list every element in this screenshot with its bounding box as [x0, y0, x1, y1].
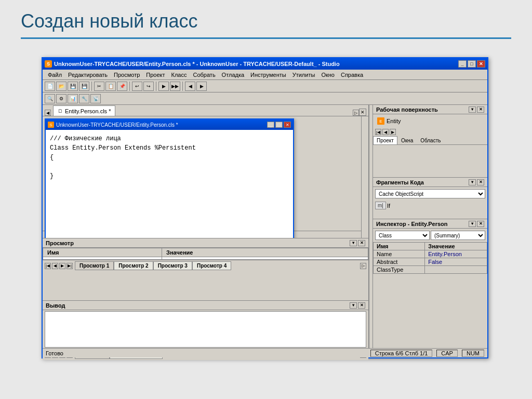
close-button[interactable]: ✕	[477, 60, 485, 68]
tb-open[interactable]: 📂	[56, 82, 66, 91]
inspector-row-abstract: Abstract False	[374, 258, 487, 266]
tb-new[interactable]: 📄	[45, 82, 55, 91]
tb-sep-3	[156, 82, 156, 91]
code-area-wrapper: S UnknownUser-TRYCACHE/USER/Entity.Perso…	[43, 116, 368, 238]
preview-tab-2[interactable]: Просмотр 2	[114, 261, 153, 270]
maximize-button[interactable]: □	[468, 60, 476, 68]
menu-class[interactable]: Класс	[168, 71, 190, 79]
menu-help[interactable]: Справка	[338, 71, 366, 79]
ide-titlebar: S UnknownUser-TRYCACHE/USER/Entity.Perso…	[43, 58, 487, 70]
preview-last-btn[interactable]: ▶|	[66, 263, 73, 269]
minimize-button[interactable]: _	[458, 60, 467, 68]
tb-sep-2	[129, 82, 130, 91]
output-pin-btn[interactable]: ▾	[350, 302, 357, 309]
workspace-panel: Рабочая поверхность ▾ ✕ E Entity |◀	[373, 105, 487, 178]
tab-prev-btn[interactable]: ◀	[45, 110, 51, 116]
preview-scroll-right[interactable]: ▷	[360, 263, 366, 269]
panel-splitter[interactable]	[369, 105, 373, 357]
workspace-tab-windows[interactable]: Окна	[397, 136, 417, 144]
code-text: /// Физические лица Class Entity.Person …	[50, 134, 289, 181]
fragments-header: Фрагменты Кода ▾ ✕	[373, 178, 487, 187]
inspector-controls[interactable]: ▾ ✕	[469, 221, 484, 227]
tb-compile[interactable]: ▶	[158, 82, 169, 91]
inspector-class-dropdown[interactable]: Class	[375, 231, 430, 240]
ws-nav-first[interactable]: |◀	[375, 129, 381, 135]
status-caps: CAP	[436, 350, 458, 357]
editor-tab-active[interactable]: 🗋 Entity.Person.cls *	[53, 105, 115, 116]
tree-entity-label: Entity	[387, 118, 401, 124]
preview-prev-btn[interactable]: ◀	[52, 263, 58, 269]
tb-undo[interactable]: ↩	[132, 82, 142, 91]
status-position: Строка 6/6 Стлб 1/1	[370, 350, 433, 357]
preview-row	[43, 257, 368, 260]
preview-close-btn[interactable]: ✕	[358, 240, 365, 246]
tb2-btn5[interactable]: 📡	[90, 94, 101, 103]
preview-first-btn[interactable]: |◀	[45, 263, 51, 269]
fragments-close-btn[interactable]: ✕	[477, 179, 484, 185]
workspace-tab-project[interactable]: Проект	[373, 136, 397, 144]
tb-cut[interactable]: ✂	[94, 82, 104, 91]
tb2-btn1[interactable]: 🔍	[45, 94, 55, 103]
ws-nav-prev[interactable]: ◀	[382, 129, 389, 135]
preview-controls[interactable]: ▾ ✕	[350, 240, 365, 246]
workspace-tab-area[interactable]: Область	[417, 136, 444, 144]
titlebar-left: S UnknownUser-TRYCACHE/USER/Entity.Perso…	[45, 60, 340, 68]
editor-scrollbar-v[interactable]	[361, 116, 368, 238]
slide-title: Создан новый класс	[0, 0, 532, 37]
tb2-btn2[interactable]: ⚙	[56, 94, 66, 103]
preview-next-btn[interactable]: ▶	[59, 263, 65, 269]
preview-tab-4[interactable]: Просмотр 4	[192, 261, 231, 270]
fragments-controls[interactable]: ▾ ✕	[469, 179, 484, 185]
menu-build[interactable]: Собрать	[190, 71, 218, 79]
inner-win-controls[interactable]: _ □ ✕	[267, 122, 291, 128]
menu-view[interactable]: Просмотр	[111, 71, 143, 79]
code-editor[interactable]: /// Физические лица Class Entity.Person …	[46, 130, 293, 238]
tb2-btn4[interactable]: 🔧	[79, 94, 89, 103]
inner-maximize-btn[interactable]: □	[275, 122, 283, 128]
tb-save-all[interactable]: 💾	[79, 82, 89, 91]
tab-nav[interactable]: ◀	[45, 110, 51, 116]
inspector-summary-dropdown[interactable]: (Summary)	[431, 231, 485, 240]
fragments-pin-btn[interactable]: ▾	[469, 179, 476, 185]
preview-nav[interactable]: |◀ ◀ ▶ ▶|	[45, 263, 73, 269]
tb2-btn3[interactable]: 📊	[68, 94, 78, 103]
workspace-controls[interactable]: ▾ ✕	[469, 107, 484, 113]
fragments-language-dropdown[interactable]: Cache ObjectScript	[375, 189, 485, 198]
tab-x-btn[interactable]: ✕	[359, 109, 366, 116]
output-content[interactable]	[45, 311, 366, 348]
tb-compile-all[interactable]: ▶▶	[170, 82, 180, 91]
menu-debug[interactable]: Отладка	[219, 71, 247, 79]
ws-nav-next[interactable]: ▶	[390, 129, 396, 135]
titlebar-text: UnknownUser-TRYCACHE/USER/Entity.Person.…	[54, 61, 340, 67]
tree-item-entity[interactable]: E Entity	[375, 116, 485, 126]
inner-minimize-btn[interactable]: _	[267, 122, 274, 128]
inner-close-btn[interactable]: ✕	[284, 122, 291, 128]
preview-title: Просмотр	[46, 240, 74, 246]
tb-redo[interactable]: ↪	[143, 82, 154, 91]
menu-window[interactable]: Окно	[318, 71, 338, 79]
menu-edit[interactable]: Редактировать	[65, 71, 111, 79]
tb-nav-back[interactable]: ◀	[185, 82, 195, 91]
inspector-pin-btn[interactable]: ▾	[469, 221, 476, 227]
editor-tab-label: Entity.Person.cls *	[65, 108, 111, 114]
titlebar-controls[interactable]: _ □ ✕	[458, 60, 485, 68]
tab-close-btn[interactable]: ▷	[353, 110, 359, 116]
menu-tools[interactable]: Инструменты	[247, 71, 289, 79]
preview-pin-btn[interactable]: ▾	[350, 240, 357, 246]
inspector-close-btn[interactable]: ✕	[477, 221, 484, 227]
workspace-pin-btn[interactable]: ▾	[469, 107, 476, 113]
menu-file[interactable]: Файл	[45, 71, 65, 79]
tb-save[interactable]: 💾	[68, 82, 78, 91]
preview-tab-1[interactable]: Просмотр 1	[75, 261, 114, 270]
workspace-close-btn[interactable]: ✕	[477, 107, 484, 113]
preview-tab-3[interactable]: Просмотр 3	[153, 261, 192, 270]
tb-paste[interactable]: 📌	[117, 82, 127, 91]
workspace-title: Рабочая поверхность	[376, 107, 438, 113]
output-close-btn[interactable]: ✕	[358, 302, 365, 309]
menu-utils[interactable]: Утилиты	[289, 71, 318, 79]
tb-copy[interactable]: 📋	[105, 82, 116, 91]
menu-project[interactable]: Проект	[143, 71, 168, 79]
inspector-cell-abstract-value: False	[425, 258, 487, 266]
output-controls[interactable]: ▾ ✕	[350, 302, 365, 309]
tb-nav-fwd[interactable]: ▶	[196, 82, 207, 91]
